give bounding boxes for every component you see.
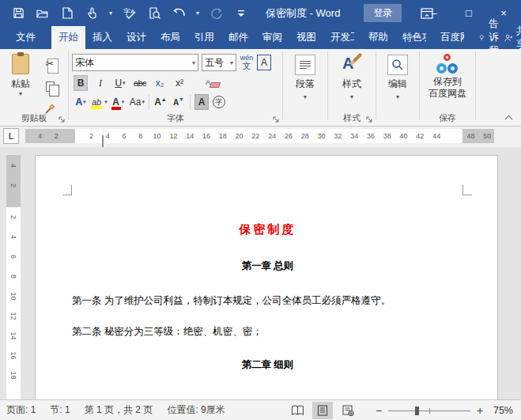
tab-review[interactable]: 审阅	[255, 26, 289, 49]
tab-stop-selector[interactable]: L	[3, 128, 19, 144]
group-paragraph: 段落 ▾	[283, 49, 327, 126]
tab-layout[interactable]: 布局	[153, 26, 187, 49]
document-heading-1[interactable]: 第一章 总则	[72, 259, 463, 273]
font-size-combo[interactable]: 五号▾	[202, 54, 236, 71]
maximize-button[interactable]: □	[451, 0, 486, 26]
vertical-ruler[interactable]: 42 24681012141618	[6, 155, 21, 399]
tab-home[interactable]: 开始	[51, 26, 85, 49]
enclose-characters-button[interactable]: 字	[213, 96, 225, 108]
phonetic-guide-button[interactable]: wén文	[240, 55, 254, 70]
cut-button[interactable]: ✂	[41, 55, 59, 71]
document-paragraph-2[interactable]: 第二条 秘密分为三等级：绝密、机密、密；	[72, 325, 463, 339]
font-color-button[interactable]: A▾	[111, 94, 126, 110]
document-title[interactable]: 保密制度	[72, 222, 463, 237]
zoom-slider[interactable]	[388, 405, 470, 416]
tab-insert[interactable]: 插入	[85, 26, 119, 49]
document-paragraph-1[interactable]: 第一条 为了维护公司利益，特制订本规定，公司全体员工必须严格遵守。	[72, 294, 463, 308]
tab-view[interactable]: 视图	[289, 26, 323, 49]
share-button[interactable]: 共享	[504, 26, 521, 49]
ruler-number: 6	[116, 132, 133, 140]
underline-dropdown-icon[interactable]: ▾	[123, 80, 126, 86]
paragraph-icon	[295, 55, 315, 75]
font-size-value: 五号	[205, 56, 224, 70]
spell-check-icon[interactable]: 字A	[123, 6, 137, 21]
status-page[interactable]: 页面: 1	[6, 403, 36, 417]
tab-baidu-netdisk[interactable]: 百度网	[433, 26, 471, 49]
save-icon[interactable]	[11, 6, 25, 21]
strikethrough-button[interactable]: abc	[133, 75, 147, 91]
font-dialog-launcher-icon[interactable]	[273, 116, 280, 123]
group-editing: 编辑 ▾	[376, 49, 419, 126]
login-button[interactable]: 登录	[364, 4, 402, 22]
crop-mark-right	[462, 185, 472, 195]
minimize-button[interactable]: –	[417, 0, 451, 26]
ruler-number: 42	[412, 132, 429, 140]
open-icon[interactable]	[36, 6, 50, 21]
paragraph-button[interactable]: 段落 ▾	[283, 49, 327, 100]
print-layout-button[interactable]	[312, 402, 333, 419]
group-clipboard: 粘贴 ▾ ✂ 剪贴板	[0, 49, 68, 126]
ruler-number: 40	[395, 132, 412, 140]
print-preview-icon[interactable]	[147, 6, 161, 21]
document-page[interactable]: 保密制度 第一章 总则 第一条 为了维护公司利益，特制订本规定，公司全体员工必须…	[35, 155, 498, 399]
grow-font-button[interactable]: A▲	[153, 94, 168, 110]
ruler-number: 24	[264, 132, 281, 140]
read-mode-icon	[291, 405, 304, 416]
collapse-ribbon-icon[interactable]	[505, 115, 513, 121]
zoom-in-button[interactable]: +	[475, 404, 485, 417]
font-name-combo[interactable]: 宋体▾	[72, 54, 198, 71]
change-case-button[interactable]: Aa▾	[130, 94, 145, 110]
character-shading-button[interactable]: A	[194, 94, 209, 110]
tab-references[interactable]: 引用	[187, 26, 221, 49]
touch-mode-icon[interactable]	[85, 6, 99, 21]
status-position[interactable]: 位置值: 9厘米	[167, 403, 225, 417]
subscript-button[interactable]: x₂	[153, 75, 167, 91]
font-size-dropdown-icon[interactable]: ▾	[227, 59, 233, 66]
character-border-button[interactable]: A	[257, 55, 271, 70]
clear-formatting-button[interactable]: A	[206, 78, 220, 88]
status-page-count[interactable]: 第 1 页，共 2 页	[85, 403, 153, 417]
editing-button[interactable]: 编辑 ▾	[376, 49, 419, 100]
status-section[interactable]: 节: 1	[50, 403, 70, 417]
styles-button[interactable]: A 样式 ▾	[328, 49, 376, 100]
font-name-dropdown-icon[interactable]: ▾	[189, 59, 195, 66]
ruler-number: 18	[214, 132, 231, 140]
ruler-number: 14	[182, 132, 198, 140]
tab-help[interactable]: 帮助	[361, 26, 395, 49]
document-heading-2[interactable]: 第二章 细则	[72, 358, 463, 372]
italic-button[interactable]: I	[93, 75, 108, 91]
clipboard-dialog-launcher-icon[interactable]	[59, 116, 66, 123]
tab-design[interactable]: 设计	[119, 26, 153, 49]
undo-dropdown-icon[interactable]: ▾	[196, 10, 199, 17]
tab-developer[interactable]: 开发工	[323, 26, 361, 49]
superscript-button[interactable]: x²	[172, 75, 187, 91]
text-effects-button[interactable]: A▾	[74, 94, 88, 110]
paste-dropdown-icon[interactable]: ▾	[19, 91, 22, 97]
bold-button[interactable]: B	[74, 75, 88, 91]
clipboard-group-label: 剪贴板	[21, 112, 47, 124]
ruler-number: 2	[48, 132, 65, 140]
shrink-font-button[interactable]: A▼	[172, 94, 186, 110]
ribbon: 粘贴 ▾ ✂ 剪贴板 宋体▾ 五号▾ wén文 A B	[0, 49, 521, 127]
left-indent-marker[interactable]	[102, 136, 104, 147]
tell-me-box[interactable]: 告诉我	[479, 26, 504, 49]
horizontal-ruler[interactable]: 42 2468101214161820222426283032343638404…	[25, 129, 494, 143]
web-layout-button[interactable]	[338, 402, 358, 419]
styles-dialog-launcher-icon[interactable]	[366, 116, 373, 123]
copy-button[interactable]	[41, 78, 59, 94]
new-document-icon[interactable]	[60, 6, 74, 21]
tab-mailings[interactable]: 邮件	[221, 26, 255, 49]
underline-button[interactable]: U▾	[113, 75, 127, 91]
touch-mode-dropdown-icon[interactable]: ▾	[109, 10, 112, 17]
zoom-slider-thumb[interactable]	[415, 407, 419, 415]
customize-qat-icon[interactable]	[234, 6, 248, 21]
zoom-out-button[interactable]: −	[374, 404, 383, 417]
tab-file[interactable]: 文件	[0, 26, 51, 49]
highlight-color-button[interactable]: ab▾	[92, 94, 108, 110]
save-to-baidu-button[interactable]: 保存到百度网盘	[420, 49, 475, 100]
zoom-level[interactable]: 75%	[489, 405, 513, 416]
tab-special-features[interactable]: 特色功	[395, 26, 433, 49]
paste-button[interactable]: 粘贴 ▾	[5, 54, 36, 111]
read-mode-button[interactable]	[287, 402, 308, 419]
undo-icon[interactable]	[172, 6, 186, 21]
